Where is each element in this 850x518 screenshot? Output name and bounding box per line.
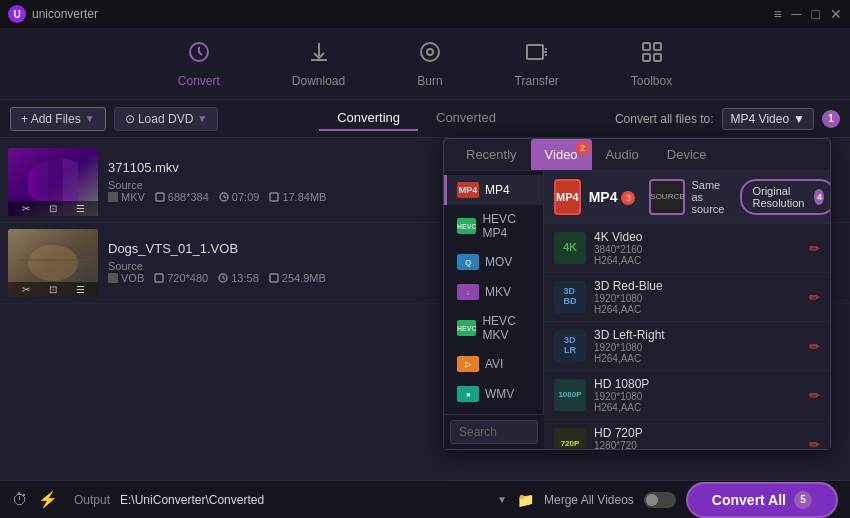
3d-red-icon: 3DBD	[554, 281, 586, 313]
tab-group: Converting Converted	[319, 106, 514, 131]
tab-recently[interactable]: Recently	[452, 139, 531, 170]
maximize-icon[interactable]: □	[812, 6, 820, 22]
format-search-area	[444, 414, 544, 449]
selected-format-icon: MP4	[554, 179, 581, 215]
file-duration: 07:09	[219, 191, 260, 203]
lightning-icon[interactable]: ⚡	[38, 490, 58, 509]
clock-icon[interactable]: ⏱	[12, 491, 28, 509]
format-option-hd720[interactable]: 720P HD 720P 1280*720H264,AAC ✏	[544, 420, 830, 449]
add-files-label: + Add Files	[21, 112, 81, 126]
format-option-3d-red[interactable]: 3DBD 3D Red-Blue 1920*1080H264,AAC ✏	[544, 273, 830, 322]
format-search-input[interactable]	[450, 420, 538, 444]
file-crop-icon[interactable]: ⊡	[49, 203, 57, 214]
mov-icon: Q	[457, 254, 479, 270]
tab-converted[interactable]: Converted	[418, 106, 514, 131]
file-settings-icon[interactable]: ☰	[76, 203, 85, 214]
merge-label: Merge All Videos	[544, 493, 634, 507]
format-mov[interactable]: Q MOV	[444, 247, 543, 277]
tab-device[interactable]: Device	[653, 139, 721, 170]
format-body: MP4 MP4 HEVC HEVC MP4 Q MOV ↓ MKV HEVC H…	[444, 171, 830, 449]
svg-marker-10	[33, 163, 38, 203]
format-hevc-mp4[interactable]: HEVC HEVC MP4	[444, 205, 543, 247]
format-option-3d-lr[interactable]: 3DLR 3D Left-Right 1920*1080H264,AAC ✏	[544, 322, 830, 371]
folder-icon[interactable]: 📁	[517, 492, 534, 508]
format-3d-lr-specs: 1920*1080H264,AAC	[594, 342, 801, 364]
toolbox-label: Toolbox	[631, 74, 672, 88]
file-scissors-icon[interactable]: ✂	[22, 203, 30, 214]
format-hevc-mkv[interactable]: HEVC HEVC MKV	[444, 307, 543, 349]
format-option-4k-info: 4K Video 3840*2160H264,AAC	[594, 230, 801, 266]
3d-lr-icon: 3DLR	[554, 330, 586, 362]
format-hd720-edit[interactable]: ✏	[809, 437, 820, 450]
format-3d-red-specs: 1920*1080H264,AAC	[594, 293, 801, 315]
load-dvd-button[interactable]: ⊙ Load DVD ▼	[114, 107, 219, 131]
convert-target-selector[interactable]: MP4 Video ▼	[722, 108, 814, 130]
tab-video[interactable]: Video 2	[531, 139, 592, 170]
win-controls: ≡ ─ □ ✕	[773, 6, 842, 22]
format-3d-lr-edit[interactable]: ✏	[809, 339, 820, 354]
format-4k-specs: 3840*2160H264,AAC	[594, 244, 801, 266]
badge-4: 4	[814, 189, 824, 205]
transfer-icon	[525, 40, 549, 70]
file2-duration: 13:58	[218, 272, 259, 284]
format-hd1080-edit[interactable]: ✏	[809, 388, 820, 403]
menu-icon[interactable]: ≡	[773, 6, 781, 22]
mkv-icon: ↓	[457, 284, 479, 300]
format-mkv[interactable]: ↓ MKV	[444, 277, 543, 307]
svg-rect-14	[108, 192, 118, 202]
file2-format: VOB	[108, 272, 144, 284]
format-option-hd1080-info: HD 1080P 1920*1080H264,AAC	[594, 377, 801, 413]
toolbar-toolbox[interactable]: Toolbox	[619, 36, 684, 92]
actionbar: + Add Files ▼ ⊙ Load DVD ▼ Converting Co…	[0, 100, 850, 138]
format-hevc-mp4-label: HEVC MP4	[482, 212, 533, 240]
file-size: 17.84MB	[269, 191, 326, 203]
format-option-3d-lr-info: 3D Left-Right 1920*1080H264,AAC	[594, 328, 801, 364]
wmv-icon: ■	[457, 386, 479, 402]
tab-audio[interactable]: Audio	[592, 139, 653, 170]
file-thumbnail: ✂ ⊡ ☰	[8, 229, 98, 297]
output-label: Output	[74, 493, 110, 507]
svg-rect-7	[654, 54, 661, 61]
output-dropdown-arrow[interactable]: ▼	[497, 494, 507, 505]
file2-scissors-icon[interactable]: ✂	[22, 284, 30, 295]
same-as-source-label: Same as source	[691, 179, 724, 215]
format-options: MP4 MP4 3 SOURCE Same as source	[544, 171, 830, 449]
toolbar-transfer[interactable]: Transfer	[503, 36, 571, 92]
toolbar-convert[interactable]: Convert	[166, 36, 232, 92]
toolbar-download[interactable]: Download	[280, 36, 357, 92]
convert-all-button[interactable]: Convert All 5	[686, 482, 838, 518]
minimize-icon[interactable]: ─	[792, 6, 802, 22]
tab-converting[interactable]: Converting	[319, 106, 418, 131]
original-resolution-badge[interactable]: Original Resolution 4	[740, 179, 830, 215]
format-option-4k[interactable]: 4K 4K Video 3840*2160H264,AAC ✏	[544, 224, 830, 273]
format-mp4[interactable]: MP4 MP4	[444, 175, 543, 205]
svg-rect-3	[527, 45, 543, 59]
bottombar: ⏱ ⚡ Output E:\UniConverter\Converted ▼ 📁…	[0, 480, 850, 518]
format-option-hd1080[interactable]: 1080P HD 1080P 1920*1080H264,AAC ✏	[544, 371, 830, 420]
format-hd720-specs: 1280*720H264,AAC	[594, 440, 801, 449]
svg-point-2	[427, 49, 433, 55]
close-icon[interactable]: ✕	[830, 6, 842, 22]
hevc-mkv-icon: HEVC	[457, 320, 476, 336]
format-3d-red-edit[interactable]: ✏	[809, 290, 820, 305]
transfer-label: Transfer	[515, 74, 559, 88]
convert-target-value: MP4 Video	[731, 112, 789, 126]
format-avi[interactable]: ▷ AVI	[444, 349, 543, 379]
file2-size: 254.9MB	[269, 272, 326, 284]
format-wmv-label: WMV	[485, 387, 514, 401]
brand-icon: U	[8, 5, 26, 23]
svg-rect-5	[654, 43, 661, 50]
format-wmv[interactable]: ■ WMV	[444, 379, 543, 409]
avi-icon: ▷	[457, 356, 479, 372]
svg-rect-15	[156, 193, 164, 201]
file2-settings-icon[interactable]: ☰	[76, 284, 85, 295]
app-title: uniconverter	[32, 7, 98, 21]
4k-icon: 4K	[554, 232, 586, 264]
format-4k-edit[interactable]: ✏	[809, 241, 820, 256]
merge-toggle[interactable]	[644, 492, 676, 508]
format-mp4-label: MP4	[485, 183, 510, 197]
toolbar-burn[interactable]: Burn	[405, 36, 454, 92]
format-panel: Recently Video 2 Audio Device MP4 MP4 HE…	[443, 138, 831, 450]
file2-crop-icon[interactable]: ⊡	[49, 284, 57, 295]
add-files-button[interactable]: + Add Files ▼	[10, 107, 106, 131]
